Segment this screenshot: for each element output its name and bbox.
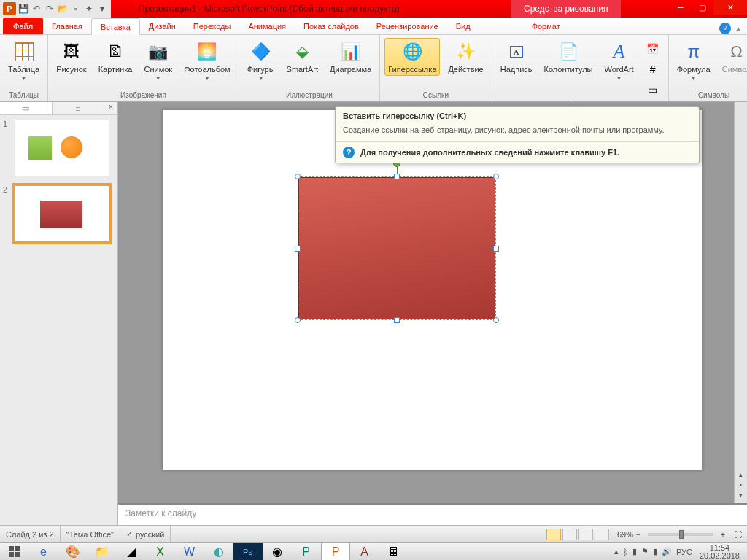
slide-thumbnail-1[interactable]: 1 bbox=[0, 115, 117, 181]
slide-counter[interactable]: Слайд 2 из 2 bbox=[0, 526, 61, 542]
reading-view-button[interactable] bbox=[578, 529, 593, 540]
datetime-button[interactable]: 📅 bbox=[642, 39, 664, 58]
table-button[interactable]: Таблица ▼ bbox=[4, 38, 43, 84]
save-icon[interactable]: 💾 bbox=[18, 3, 29, 15]
tab-view[interactable]: Вид bbox=[447, 18, 479, 34]
slide-thumbnail-2[interactable]: 2 bbox=[0, 181, 117, 246]
tray-battery-icon[interactable]: ▮ bbox=[632, 547, 637, 556]
slide-nav-buttons: ▴ ▪ ▾ bbox=[735, 471, 746, 500]
selected-shape[interactable] bbox=[298, 177, 495, 319]
tab-transitions[interactable]: Переходы bbox=[185, 18, 240, 34]
tray-language[interactable]: РУС bbox=[676, 548, 692, 556]
photoalbum-button[interactable]: 🌅Фотоальбом▼ bbox=[180, 38, 234, 84]
qat-dropdown-icon[interactable]: ▾ bbox=[96, 3, 108, 15]
textbox-button[interactable]: AНадпись bbox=[497, 38, 536, 76]
resize-handle-s[interactable] bbox=[394, 317, 400, 323]
notes-pane[interactable]: Заметки к слайду bbox=[118, 503, 747, 525]
close-button[interactable]: ✕ bbox=[713, 0, 747, 15]
panel-close-icon[interactable]: × bbox=[104, 102, 117, 114]
slides-tab[interactable]: ▭ bbox=[0, 102, 53, 114]
chart-button[interactable]: 📊Диаграмма bbox=[326, 38, 375, 76]
zoom-in-button[interactable]: + bbox=[718, 530, 728, 539]
ribbon-minimize-icon[interactable]: ▴ bbox=[732, 23, 744, 34]
help-icon[interactable]: ? bbox=[719, 23, 731, 34]
tab-insert[interactable]: Вставка bbox=[91, 18, 140, 35]
tray-volume-icon[interactable]: 🔊 bbox=[662, 547, 672, 556]
equation-icon: π bbox=[682, 40, 705, 63]
taskbar-chrome[interactable]: ◉ bbox=[263, 543, 292, 561]
clipart-button[interactable]: 🖻Картинка bbox=[95, 38, 136, 76]
headerfooter-button[interactable]: 📄Колонтитулы bbox=[541, 38, 597, 76]
hyperlink-button[interactable]: 🌐Гиперссылка bbox=[384, 38, 440, 76]
resize-handle-ne[interactable] bbox=[493, 174, 499, 179]
shapes-button[interactable]: 🔷Фигуры▼ bbox=[244, 38, 279, 84]
slide[interactable] bbox=[163, 109, 703, 470]
resize-handle-sw[interactable] bbox=[295, 317, 301, 323]
outline-tab[interactable]: ≡ bbox=[53, 102, 105, 114]
qat-icon[interactable]: ✦ bbox=[83, 3, 95, 15]
vertical-scrollbar[interactable] bbox=[734, 102, 747, 503]
rectangle-shape[interactable] bbox=[298, 177, 495, 319]
tray-network-icon[interactable]: ▮ bbox=[653, 547, 657, 556]
taskbar-explorer[interactable]: 📁 bbox=[88, 543, 117, 561]
theme-indicator[interactable]: "Тема Office" bbox=[61, 526, 120, 542]
tab-review[interactable]: Рецензирование bbox=[368, 18, 447, 34]
zoom-out-button[interactable]: − bbox=[633, 530, 643, 539]
zoom-level[interactable]: 69% bbox=[617, 530, 633, 539]
tray-bluetooth-icon[interactable]: ᛒ bbox=[623, 548, 628, 556]
taskbar-publisher[interactable]: P bbox=[292, 543, 321, 561]
slideshow-view-button[interactable] bbox=[595, 529, 609, 540]
minimize-button[interactable]: ─ bbox=[670, 0, 692, 15]
tooltip-footer: ? Для получения дополнительных сведений … bbox=[336, 141, 699, 163]
wordart-button[interactable]: AWordArt▼ bbox=[601, 38, 638, 84]
next-slide-icon[interactable]: ▾ bbox=[735, 491, 746, 500]
open-icon[interactable]: 📂 bbox=[57, 3, 69, 15]
tab-file[interactable]: Файл bbox=[3, 18, 43, 34]
equation-button[interactable]: πФормула▼ bbox=[673, 38, 714, 84]
tray-flag-icon[interactable]: ⚑ bbox=[641, 547, 649, 556]
tab-home[interactable]: Главная bbox=[43, 18, 91, 34]
resize-handle-nw[interactable] bbox=[295, 174, 301, 179]
taskbar-ie[interactable]: e bbox=[29, 543, 58, 561]
resize-handle-w[interactable] bbox=[295, 246, 301, 252]
start-button[interactable] bbox=[0, 543, 29, 561]
tray-show-hidden-icon[interactable]: ▴ bbox=[614, 547, 619, 556]
taskbar-calc[interactable]: 🖩 bbox=[379, 543, 409, 561]
tab-design[interactable]: Дизайн bbox=[140, 18, 185, 34]
language-indicator[interactable]: ✓русский bbox=[120, 526, 171, 542]
smartart-button[interactable]: ⬙SmartArt bbox=[283, 38, 322, 76]
resize-handle-n[interactable] bbox=[394, 174, 400, 179]
tab-format[interactable]: Формат bbox=[523, 18, 569, 34]
tray-clock[interactable]: 11:54 20.02.2018 bbox=[697, 544, 743, 560]
taskbar-powerpoint[interactable]: P bbox=[321, 543, 350, 561]
new-icon[interactable]: ▫ bbox=[70, 3, 82, 15]
object-button[interactable]: ▭ bbox=[642, 80, 664, 99]
symbol-button[interactable]: ΩСимвол bbox=[719, 38, 747, 76]
taskbar-access[interactable]: A bbox=[350, 543, 379, 561]
taskbar-app1[interactable]: ◢ bbox=[117, 543, 146, 561]
undo-icon[interactable]: ↶ bbox=[31, 3, 42, 15]
prev-slide-icon[interactable]: ▴ bbox=[735, 471, 746, 480]
tab-animation[interactable]: Анимация bbox=[239, 18, 295, 34]
slidenumber-button[interactable]: # bbox=[642, 60, 664, 79]
group-symbols: πФормула▼ ΩСимвол Символы bbox=[669, 35, 747, 101]
resize-handle-e[interactable] bbox=[493, 246, 499, 252]
normal-view-button[interactable] bbox=[546, 529, 561, 540]
resize-handle-se[interactable] bbox=[493, 317, 499, 323]
action-button[interactable]: ✨Действие bbox=[444, 38, 487, 76]
taskbar-photoshop[interactable]: Ps bbox=[233, 543, 263, 561]
taskbar-excel[interactable]: X bbox=[146, 543, 175, 561]
fit-to-window-button[interactable]: ⛶ bbox=[732, 530, 743, 539]
taskbar-word[interactable]: W bbox=[175, 543, 204, 561]
sorter-view-button[interactable] bbox=[562, 529, 577, 540]
taskbar-paint[interactable]: 🎨 bbox=[58, 543, 88, 561]
taskbar-app2[interactable]: ◐ bbox=[204, 543, 233, 561]
zoom-slider[interactable] bbox=[648, 533, 713, 536]
nav-menu-icon[interactable]: ▪ bbox=[735, 481, 746, 490]
zoom-thumb[interactable] bbox=[679, 530, 684, 539]
maximize-button[interactable]: ▢ bbox=[692, 0, 713, 15]
tab-slideshow[interactable]: Показ слайдов bbox=[295, 18, 368, 34]
redo-icon[interactable]: ↷ bbox=[44, 3, 55, 15]
picture-button[interactable]: 🖼Рисунок bbox=[53, 38, 90, 76]
screenshot-button[interactable]: 📷Снимок▼ bbox=[140, 38, 176, 84]
